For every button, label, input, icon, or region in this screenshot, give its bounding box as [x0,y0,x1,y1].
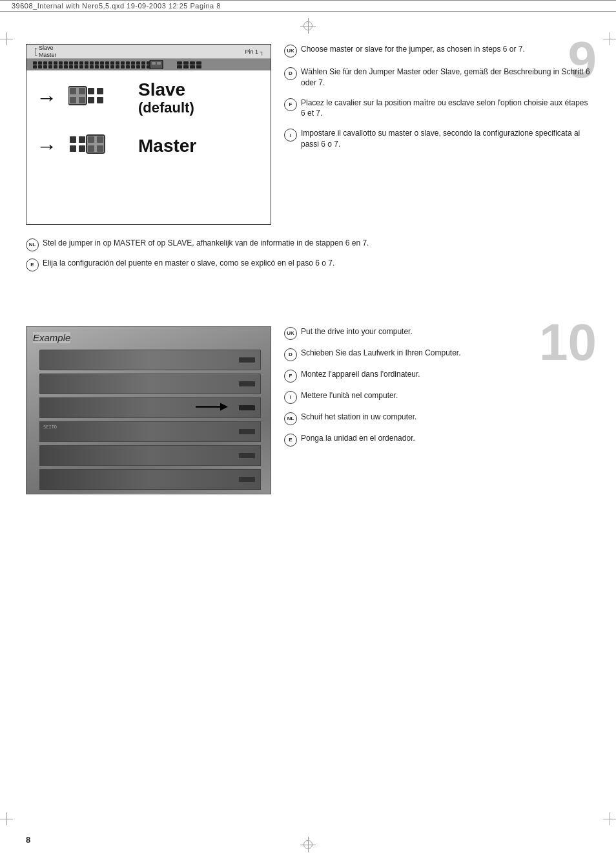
instructions-list-9: UK Choose master or slave for the jumper… [284,44,590,150]
svg-rect-18 [79,61,83,65]
svg-rect-11 [59,65,63,68]
svg-rect-15 [69,65,73,68]
lang-badge-10-i: I [284,391,297,404]
svg-rect-34 [121,61,125,65]
bay-2 [39,374,261,394]
section10-instructions: 10 UK Put the drive into your computer. … [284,326,590,494]
instr-text-10-d: Schieben Sie das Laufwerk in Ihren Compu… [301,348,460,359]
pin-dots-svg [33,60,175,69]
instr-10-d: D Schieben Sie das Laufwerk in Ihren Com… [284,348,590,361]
svg-rect-35 [121,65,125,68]
section9-full-instructions: NL Stel de jumper in op MASTER of op SLA… [26,238,590,271]
computer-photo: SEITO [26,327,271,494]
svg-rect-68 [79,136,85,143]
svg-rect-42 [141,61,145,65]
svg-rect-4 [43,61,47,65]
slave-arrow: → [36,87,57,108]
bay-5 [39,445,261,466]
instr-10-e: E Ponga la unidad en el ordenador. [284,433,590,447]
svg-rect-7 [48,65,52,68]
instr-10-i: I Mettere l'unità nel computer. [284,390,590,404]
instr-9-e: E Elija la configuración del puente en m… [26,258,590,271]
svg-rect-71 [70,145,76,152]
lang-badge-10-d: D [284,348,297,361]
svg-rect-36 [126,61,130,65]
svg-rect-9 [54,65,57,68]
bay-6 [39,469,261,490]
header-text: 39608_Internal with Nero5,5.qxd 19-09-20… [12,2,221,10]
svg-rect-23 [90,65,94,68]
reg-mark-top-left [0,32,13,45]
instructions-list-10: UK Put the drive into your computer. D S… [284,326,590,447]
drive-bays-area: SEITO [39,350,261,484]
svg-rect-51 [183,61,189,65]
spacer-mid [26,278,590,317]
svg-rect-30 [110,61,114,65]
svg-rect-31 [110,65,114,68]
svg-rect-5 [43,65,47,68]
lang-badge-nl: NL [26,238,39,251]
instr-9-nl: NL Stel de jumper in op MASTER of op SLA… [26,238,590,251]
svg-rect-3 [38,65,42,68]
svg-rect-37 [126,65,130,68]
bay-5-detail [239,453,255,458]
bay-2-detail [239,381,255,386]
svg-rect-59 [88,88,94,94]
master-top-label: └ Master [33,52,56,58]
header-bar: 39608_Internal with Nero5,5.qxd 19-09-20… [0,0,616,12]
section-9: ┌ Slave └ Master Pin 1 ┐ [26,44,590,225]
svg-rect-38 [131,61,135,65]
instr-10-f: F Montez l'appareil dans l'ordinateur. [284,369,590,383]
svg-rect-2 [38,61,42,65]
svg-rect-63 [88,97,94,103]
svg-rect-67 [70,136,76,143]
svg-rect-53 [190,61,195,65]
svg-rect-1 [33,65,37,68]
master-arrow: → [36,136,57,156]
svg-rect-54 [190,65,195,68]
instr-10-nl: NL Schuif het station in uw computer. [284,412,590,425]
jumper-top-bar: ┌ Slave └ Master Pin 1 ┐ [26,45,271,59]
slave-row: → [36,80,261,116]
jumper-image-area: → [26,70,271,168]
svg-rect-19 [79,65,83,68]
pcb-strip [26,59,271,70]
lang-badge-e: E [26,258,39,271]
instr-text-9-f: Placez le cavalier sur la position maîtr… [301,98,590,120]
svg-rect-33 [116,65,119,68]
instr-text-10-uk: Put the drive into your computer. [301,326,413,337]
svg-rect-60 [97,88,103,94]
arrow-svg [196,401,228,414]
svg-rect-24 [95,61,99,65]
svg-rect-56 [196,65,201,68]
svg-rect-40 [136,61,140,65]
instr-text-10-e: Ponga la unidad en el ordenador. [301,433,415,444]
instr-9-d: D Wählen Sie für den Jumper Master oder … [284,67,590,89]
instr-text-10-i: Mettere l'unità nel computer. [301,390,398,401]
lang-badge-uk: UK [284,45,297,58]
svg-marker-78 [220,403,228,411]
svg-rect-55 [196,61,201,65]
master-jumper-svg [68,134,127,158]
svg-rect-66 [69,87,86,104]
slave-label-text: Slave [138,80,194,100]
svg-rect-26 [100,61,104,65]
svg-rect-39 [131,65,135,68]
svg-rect-0 [33,61,37,65]
svg-rect-32 [116,61,119,65]
svg-rect-22 [90,61,94,65]
svg-rect-28 [105,61,109,65]
bay-6-detail [239,477,255,482]
svg-rect-29 [105,65,109,68]
svg-rect-46 [150,60,163,69]
svg-rect-14 [69,61,73,65]
instr-text-9-d: Wählen Sie für den Jumper Master oder Sl… [301,67,590,89]
example-box: Example [26,326,271,494]
svg-rect-48 [157,62,161,65]
reg-mark-top-right [603,32,616,45]
extra-pins-svg [177,60,209,69]
svg-rect-25 [95,65,99,68]
cables [39,493,261,494]
lang-badge-f: F [284,98,297,111]
lang-badge-d: D [284,67,297,80]
